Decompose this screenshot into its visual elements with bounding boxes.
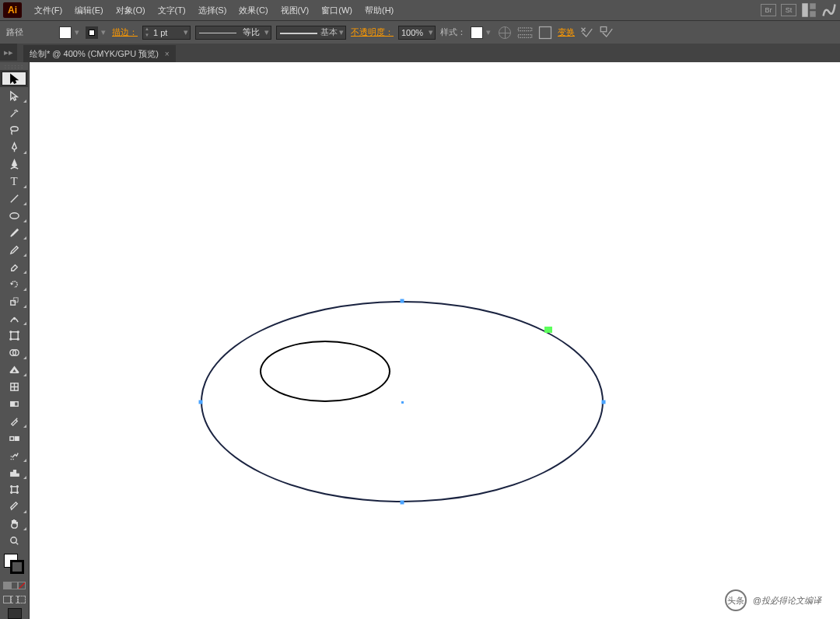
style-swatch[interactable] xyxy=(471,26,483,39)
spin-up-icon[interactable]: ▲ xyxy=(143,26,151,33)
menu-window[interactable]: 窗口(W) xyxy=(315,5,359,16)
eyedropper-tool[interactable] xyxy=(0,412,28,429)
anchor-point-right[interactable] xyxy=(602,400,606,404)
document-tab[interactable]: 绘制* @ 400% (CMYK/GPU 预览) × xyxy=(23,45,176,62)
svg-point-7 xyxy=(10,126,17,131)
shape-builder-tool[interactable] xyxy=(0,344,28,361)
bridge-icon[interactable]: Br xyxy=(761,4,776,16)
tools-panel: :::::: T xyxy=(0,62,30,619)
recolor-artwork-icon[interactable] xyxy=(497,26,513,40)
opacity-value[interactable]: 100% xyxy=(399,27,427,38)
symbol-sprayer-tool[interactable] xyxy=(0,446,28,463)
chevron-down-icon[interactable]: ▾ xyxy=(485,26,492,39)
menu-view[interactable]: 视图(V) xyxy=(275,5,316,16)
menu-object[interactable]: 对象(O) xyxy=(110,5,152,16)
menu-type[interactable]: 文字(T) xyxy=(152,5,192,16)
stroke-label[interactable]: 描边： xyxy=(112,26,138,38)
artboard-tool[interactable] xyxy=(0,481,28,498)
svg-rect-10 xyxy=(10,300,15,305)
blend-tool[interactable] xyxy=(0,429,28,446)
pencil-tool[interactable] xyxy=(0,241,28,258)
stroke-weight-value[interactable]: 1 pt xyxy=(151,27,182,38)
mesh-tool[interactable] xyxy=(0,378,28,395)
eraser-tool[interactable] xyxy=(0,258,28,275)
artboard[interactable] xyxy=(30,62,840,619)
color-mode-icon[interactable] xyxy=(3,582,11,589)
stroke-weight-input[interactable]: ▲▼ 1 pt ▾ xyxy=(142,26,191,40)
chevron-down-icon[interactable]: ▾ xyxy=(427,26,435,39)
graphic-style-select[interactable]: ▾ xyxy=(471,26,492,39)
width-tool[interactable] xyxy=(0,310,28,327)
none-mode-icon[interactable] xyxy=(18,582,26,589)
anchor-point-top[interactable] xyxy=(401,299,404,303)
hand-tool[interactable] xyxy=(0,515,28,532)
scale-tool[interactable] xyxy=(0,292,28,310)
brush-definition-select[interactable]: 基本 ▾ xyxy=(276,26,346,40)
ellipse-tool[interactable] xyxy=(0,207,28,224)
panel-expand-tab[interactable]: ▸▸ xyxy=(0,44,17,61)
gpu-icon[interactable] xyxy=(821,4,837,16)
app-logo: Ai xyxy=(3,2,22,18)
chevron-down-icon[interactable]: ▾ xyxy=(100,26,107,39)
screen-mode-button[interactable] xyxy=(0,608,29,619)
stroke-swatch[interactable] xyxy=(86,26,98,39)
draw-inside-icon[interactable] xyxy=(18,596,26,603)
clip-icon[interactable] xyxy=(600,26,615,40)
line-segment-tool[interactable] xyxy=(0,190,28,207)
svg-rect-6 xyxy=(600,26,607,31)
stroke-indicator[interactable] xyxy=(10,560,24,574)
slice-tool[interactable] xyxy=(0,498,28,515)
paintbrush-tool[interactable] xyxy=(0,224,28,241)
draw-behind-icon[interactable] xyxy=(11,596,19,603)
free-transform-tool[interactable] xyxy=(0,327,28,344)
magic-wand-tool[interactable] xyxy=(0,104,28,121)
menu-edit[interactable]: 编辑(E) xyxy=(68,5,110,16)
anchor-point-bottom[interactable] xyxy=(401,501,404,505)
type-tool[interactable]: T xyxy=(0,173,28,190)
opacity-label[interactable]: 不透明度： xyxy=(351,26,394,38)
fill-stroke-indicator[interactable] xyxy=(0,552,29,577)
menu-effect[interactable]: 效果(C) xyxy=(233,5,274,16)
document-tab-title: 绘制* @ 400% (CMYK/GPU 预览) xyxy=(30,48,159,60)
variable-width-profile-select[interactable]: 等比 ▾ xyxy=(195,26,271,40)
close-icon[interactable]: × xyxy=(165,50,170,58)
canvas-area[interactable] xyxy=(30,62,840,619)
panel-grip-icon[interactable]: :::::: xyxy=(0,62,29,70)
align-icon[interactable] xyxy=(517,26,533,40)
curvature-tool[interactable] xyxy=(0,156,28,173)
gradient-tool[interactable] xyxy=(0,395,28,412)
rotate-tool[interactable] xyxy=(0,275,28,292)
stock-icon[interactable]: St xyxy=(781,4,796,16)
column-graph-tool[interactable] xyxy=(0,463,28,481)
menu-help[interactable]: 帮助(H) xyxy=(359,5,400,16)
shape-icon[interactable] xyxy=(537,26,553,40)
chevron-down-icon[interactable]: ▾ xyxy=(338,26,345,39)
svg-rect-24 xyxy=(15,436,19,440)
draw-normal-icon[interactable] xyxy=(3,596,11,603)
spin-down-icon[interactable]: ▼ xyxy=(143,33,151,39)
stroke-swatch-group[interactable]: ▾ xyxy=(86,26,107,39)
small-ellipse-shape[interactable] xyxy=(260,341,390,402)
gradient-mode-icon[interactable] xyxy=(11,582,19,589)
chevron-down-icon[interactable]: ▾ xyxy=(73,26,81,39)
svg-rect-27 xyxy=(16,474,19,476)
selection-tool[interactable] xyxy=(0,70,28,87)
menu-select[interactable]: 选择(S) xyxy=(192,5,233,16)
chevron-down-icon[interactable]: ▾ xyxy=(263,26,271,39)
fill-swatch-group[interactable]: ▾ xyxy=(59,26,81,39)
zoom-tool[interactable] xyxy=(0,532,28,549)
anchor-point-left[interactable] xyxy=(199,400,203,404)
arrange-documents-icon[interactable] xyxy=(801,4,817,16)
pen-tool[interactable] xyxy=(0,138,28,156)
svg-rect-26 xyxy=(13,470,16,476)
menu-file[interactable]: 文件(F) xyxy=(28,5,68,16)
isolate-icon[interactable] xyxy=(579,26,595,40)
transform-label[interactable]: 变换 xyxy=(558,26,575,38)
center-point[interactable] xyxy=(401,401,404,404)
chevron-down-icon[interactable]: ▾ xyxy=(182,26,190,39)
fill-swatch[interactable] xyxy=(59,26,72,39)
lasso-tool[interactable] xyxy=(0,121,28,138)
direct-selection-tool[interactable] xyxy=(0,87,28,104)
opacity-input[interactable]: 100% ▾ xyxy=(398,26,436,40)
perspective-grid-tool[interactable] xyxy=(0,361,28,378)
